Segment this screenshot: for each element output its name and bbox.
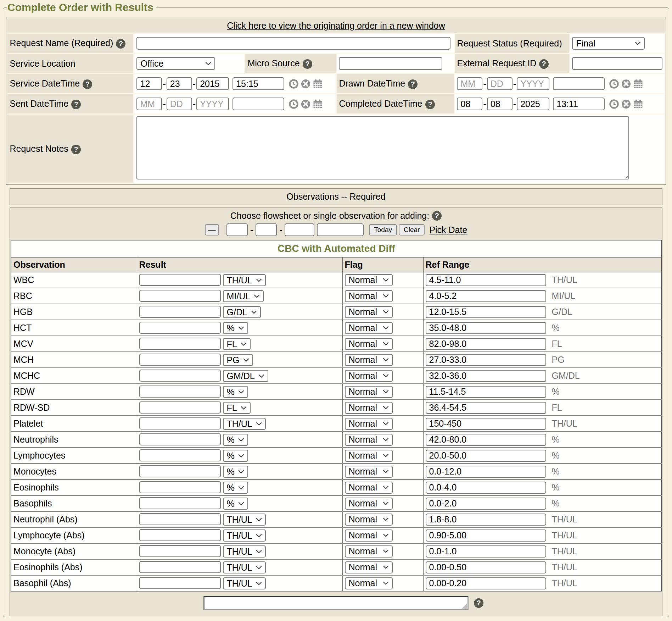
clock-icon[interactable] [289, 79, 299, 89]
completed-month-input[interactable] [457, 98, 482, 110]
flag-select[interactable]: Normal [345, 306, 393, 318]
result-unit-select[interactable]: % [223, 434, 248, 446]
completed-year-input[interactable] [517, 98, 549, 110]
ref-range-input[interactable] [426, 545, 546, 558]
result-unit-select[interactable]: TH/UL [223, 545, 266, 558]
ref-range-input[interactable] [426, 370, 546, 382]
clear-datetime-icon[interactable] [621, 99, 631, 109]
ref-range-input[interactable] [426, 561, 546, 573]
request-name-input[interactable] [136, 37, 450, 50]
result-unit-select[interactable]: TH/UL [223, 418, 266, 430]
view-originating-order-link[interactable]: Click here to view the originating order… [227, 21, 445, 31]
ref-range-input[interactable] [426, 577, 546, 589]
clock-icon[interactable] [289, 99, 299, 109]
clear-datetime-icon[interactable] [301, 99, 311, 109]
flag-select[interactable]: Normal [345, 274, 393, 286]
result-input[interactable] [139, 449, 221, 461]
result-unit-select[interactable]: % [223, 322, 248, 334]
calendar-icon[interactable] [633, 99, 643, 109]
result-input[interactable] [139, 354, 221, 366]
minus-button[interactable]: — [205, 224, 219, 235]
ref-range-input[interactable] [426, 450, 546, 462]
result-input[interactable] [139, 561, 221, 573]
result-unit-select[interactable]: PG [223, 354, 253, 366]
flag-select[interactable]: Normal [345, 402, 393, 414]
result-unit-select[interactable]: % [223, 466, 248, 478]
flag-select[interactable]: Normal [345, 370, 393, 382]
drawn-day-input[interactable] [487, 77, 513, 90]
service-time-input[interactable] [233, 77, 284, 90]
result-unit-select[interactable]: % [223, 482, 248, 494]
result-input[interactable] [139, 274, 221, 286]
service-day-input[interactable] [167, 77, 192, 90]
today-button[interactable]: Today [369, 224, 397, 235]
clock-icon[interactable] [609, 79, 619, 89]
completed-time-input[interactable] [553, 98, 605, 110]
ref-range-input[interactable] [426, 306, 546, 318]
flag-select[interactable]: Normal [345, 577, 393, 589]
flag-select[interactable]: Normal [345, 434, 393, 446]
result-input[interactable] [139, 401, 221, 414]
help-icon[interactable]: ? [71, 145, 81, 154]
ref-range-input[interactable] [426, 418, 546, 430]
sent-time-input[interactable] [233, 98, 284, 110]
help-icon[interactable]: ? [425, 100, 435, 109]
help-icon[interactable]: ? [408, 79, 418, 89]
micro-source-input[interactable] [339, 57, 442, 70]
flag-select[interactable]: Normal [345, 418, 393, 430]
flag-select[interactable]: Normal [345, 529, 393, 542]
ref-range-input[interactable] [426, 322, 546, 334]
service-location-select[interactable]: Office [136, 57, 215, 70]
help-icon[interactable]: ? [432, 211, 442, 221]
result-input[interactable] [139, 513, 221, 525]
result-unit-select[interactable]: TH/UL [223, 577, 266, 589]
flowsheet-date-year-input[interactable] [285, 223, 314, 236]
clear-button[interactable]: Clear [399, 224, 425, 235]
help-icon[interactable]: ? [474, 598, 483, 608]
request-status-select[interactable]: Final [572, 37, 645, 50]
flag-select[interactable]: Normal [345, 386, 393, 398]
flag-select[interactable]: Normal [345, 322, 393, 334]
sent-year-input[interactable] [196, 98, 229, 110]
calendar-icon[interactable] [633, 79, 643, 89]
drawn-year-input[interactable] [517, 77, 549, 90]
ref-range-input[interactable] [426, 402, 546, 414]
ref-range-input[interactable] [426, 386, 546, 398]
result-input[interactable] [139, 322, 221, 334]
result-unit-select[interactable]: G/DL [223, 306, 261, 318]
result-unit-select[interactable]: MI/UL [223, 290, 264, 302]
ref-range-input[interactable] [426, 529, 546, 542]
flag-select[interactable]: Normal [345, 514, 393, 526]
flag-select[interactable]: Normal [345, 338, 393, 350]
clear-datetime-icon[interactable] [301, 79, 311, 89]
result-unit-select[interactable]: % [223, 498, 248, 510]
result-input[interactable] [139, 497, 221, 509]
flag-select[interactable]: Normal [345, 466, 393, 478]
result-unit-select[interactable]: % [223, 386, 248, 398]
result-input[interactable] [139, 529, 221, 541]
flag-select[interactable]: Normal [345, 561, 393, 573]
service-year-input[interactable] [196, 77, 229, 90]
result-unit-select[interactable]: FL [223, 402, 251, 414]
result-input[interactable] [139, 577, 221, 589]
result-input[interactable] [139, 370, 221, 382]
result-unit-select[interactable]: TH/UL [223, 514, 266, 526]
ref-range-input[interactable] [426, 434, 546, 446]
result-unit-select[interactable]: GM/DL [223, 370, 268, 382]
result-input[interactable] [139, 338, 221, 350]
result-unit-select[interactable]: TH/UL [223, 529, 266, 542]
flowsheet-date-day-input[interactable] [256, 223, 277, 236]
observation-search-input[interactable] [203, 596, 469, 610]
calendar-icon[interactable] [313, 79, 323, 89]
ref-range-input[interactable] [426, 290, 546, 302]
sent-day-input[interactable] [167, 98, 192, 110]
result-unit-select[interactable]: % [223, 450, 248, 462]
pick-date-link[interactable]: Pick Date [429, 225, 467, 235]
ref-range-input[interactable] [426, 274, 546, 286]
external-request-id-input[interactable] [572, 57, 662, 70]
help-icon[interactable]: ? [71, 100, 81, 109]
result-input[interactable] [139, 465, 221, 477]
clear-datetime-icon[interactable] [621, 79, 631, 89]
ref-range-input[interactable] [426, 338, 546, 350]
flag-select[interactable]: Normal [345, 290, 393, 302]
